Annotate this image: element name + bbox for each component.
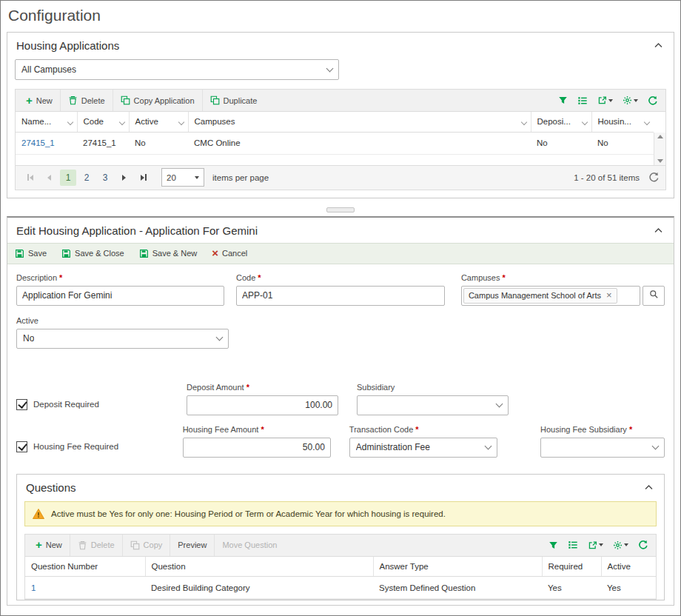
questions-copy-button[interactable]: Copy	[123, 535, 171, 556]
application-name-link[interactable]: 27415_1	[21, 138, 55, 147]
new-button[interactable]: New	[19, 90, 61, 111]
campus-tag-label: Campus Management School of Arts	[469, 291, 601, 300]
table-row[interactable]: 1 Desired Building Category System Defin…	[25, 577, 656, 599]
preview-button-label: Preview	[178, 540, 207, 549]
housing-fee-subsidiary-select[interactable]	[540, 438, 665, 458]
column-chooser-icon[interactable]	[568, 540, 578, 550]
remove-tag-icon[interactable]	[606, 292, 612, 299]
questions-toolbar-right	[549, 540, 653, 550]
gear-icon[interactable]	[623, 96, 638, 105]
column-header-housing[interactable]: Housin...	[591, 112, 654, 132]
questions-toolbar-left: New Delete Copy	[28, 535, 284, 556]
grid-vertical-scrollbar[interactable]	[654, 133, 665, 165]
column-chooser-icon[interactable]	[577, 96, 588, 106]
filter-icon[interactable]	[558, 96, 568, 105]
save-close-button[interactable]: Save & Close	[61, 249, 124, 258]
delete-button[interactable]: Delete	[61, 90, 113, 111]
column-header-question[interactable]: Question	[145, 557, 373, 577]
preview-button[interactable]: Preview	[170, 535, 215, 556]
campuses-taglist[interactable]: Campus Management School of Arts	[461, 286, 640, 306]
last-page-button[interactable]	[135, 169, 152, 186]
edit-collapse-button[interactable]	[652, 224, 665, 237]
campus-filter-value: All Campuses	[21, 64, 76, 75]
cell-code: 27415_1	[77, 132, 129, 154]
housing-fee-required-checkbox[interactable]	[16, 441, 27, 452]
column-header-answer-type[interactable]: Answer Type	[373, 557, 542, 577]
chevron-down-icon[interactable]	[178, 119, 184, 125]
subsidiary-field: Subsidiary	[357, 383, 509, 415]
chevron-down-icon	[652, 443, 660, 450]
filter-icon[interactable]	[549, 540, 558, 550]
chevron-down-icon[interactable]	[644, 119, 650, 125]
deposit-row: Deposit Required Deposit Amount Subsidia…	[16, 383, 665, 415]
transaction-code-field: Transaction Code Administration Fee	[349, 425, 497, 458]
refresh-icon[interactable]	[648, 96, 658, 106]
duplicate-button[interactable]: Duplicate	[203, 90, 265, 111]
questions-panel: Questions Active must be Yes for only on…	[16, 474, 665, 601]
housing-fee-amount-input[interactable]	[183, 438, 331, 458]
column-header-code[interactable]: Code	[77, 112, 129, 132]
questions-delete-button[interactable]: Delete	[70, 535, 123, 556]
campus-search-button[interactable]	[643, 286, 665, 306]
copy-application-button[interactable]: Copy Application	[113, 90, 203, 111]
caret-down-icon	[599, 543, 603, 546]
campus-filter-select[interactable]: All Campuses	[15, 59, 339, 80]
column-header-deposit[interactable]: Deposi...	[531, 112, 591, 132]
column-header-name[interactable]: Name...	[16, 112, 77, 132]
questions-warning-text: Active must be Yes for only one: Housing…	[51, 509, 446, 518]
column-header-question-number[interactable]: Question Number	[25, 557, 145, 577]
transaction-code-select[interactable]: Administration Fee	[349, 438, 497, 458]
chevron-down-icon[interactable]	[520, 119, 526, 125]
form-row-1: Description Code Campuses Campus Managem…	[16, 273, 665, 306]
active-select[interactable]: No	[16, 329, 229, 349]
panel-splitter[interactable]	[7, 204, 674, 216]
plus-icon	[26, 97, 33, 104]
deposit-required-checkbox[interactable]	[16, 399, 27, 410]
next-page-button[interactable]	[115, 169, 132, 186]
splitter-handle[interactable]	[326, 207, 355, 212]
housing-collapse-button[interactable]	[652, 39, 665, 52]
save-button-label: Save	[28, 249, 47, 258]
questions-grid-toolbar: New Delete Copy	[24, 534, 657, 556]
chevron-down-icon[interactable]	[581, 119, 587, 125]
scroll-down-icon[interactable]	[657, 159, 663, 163]
first-page-button[interactable]	[21, 169, 38, 186]
table-row[interactable]: 27415_1 27415_1 No CMC Online No No	[16, 132, 654, 154]
column-header-campuses[interactable]: Campuses	[188, 112, 531, 132]
page-number-1[interactable]: 1	[60, 170, 76, 186]
export-icon[interactable]	[597, 96, 613, 105]
save-button[interactable]: Save	[15, 249, 47, 258]
questions-new-button[interactable]: New	[28, 535, 70, 556]
move-question-button-label: Move Question	[222, 540, 277, 549]
question-number-link[interactable]: 1	[31, 583, 36, 592]
save-new-icon	[139, 249, 149, 258]
pager-refresh-icon[interactable]	[648, 172, 660, 183]
campus-tag: Campus Management School of Arts	[463, 288, 617, 304]
chevron-down-icon[interactable]	[118, 119, 124, 125]
scroll-up-icon[interactable]	[657, 135, 663, 138]
chevron-down-icon[interactable]	[67, 119, 73, 125]
deposit-amount-input[interactable]	[187, 395, 338, 415]
questions-collapse-button[interactable]	[643, 481, 655, 494]
deposit-amount-label: Deposit Amount	[187, 383, 338, 392]
refresh-icon[interactable]	[638, 540, 648, 550]
column-header-required[interactable]: Required	[542, 557, 601, 577]
questions-grid: Question Number Question Answer Type Req…	[24, 556, 657, 600]
save-new-button[interactable]: Save & New	[139, 249, 198, 258]
edit-form: Description Code Campuses Campus Managem…	[7, 264, 674, 606]
page-size-select[interactable]: 20	[161, 168, 204, 187]
gear-icon[interactable]	[613, 540, 628, 550]
export-icon[interactable]	[588, 540, 603, 550]
column-header-active[interactable]: Active	[129, 112, 188, 132]
column-header-active[interactable]: Active	[601, 557, 656, 577]
subsidiary-select[interactable]	[357, 395, 509, 415]
page-number-3[interactable]: 3	[97, 170, 113, 186]
pager-right: 1 - 20 of 51 items	[574, 172, 660, 183]
code-input[interactable]	[236, 286, 445, 306]
page-number-2[interactable]: 2	[78, 170, 95, 186]
description-input[interactable]	[16, 286, 224, 306]
cell-answer-type: System Defined Question	[373, 577, 542, 599]
previous-page-button[interactable]	[41, 169, 58, 186]
move-question-button[interactable]: Move Question	[215, 535, 284, 556]
cancel-button[interactable]: Cancel	[212, 249, 247, 258]
